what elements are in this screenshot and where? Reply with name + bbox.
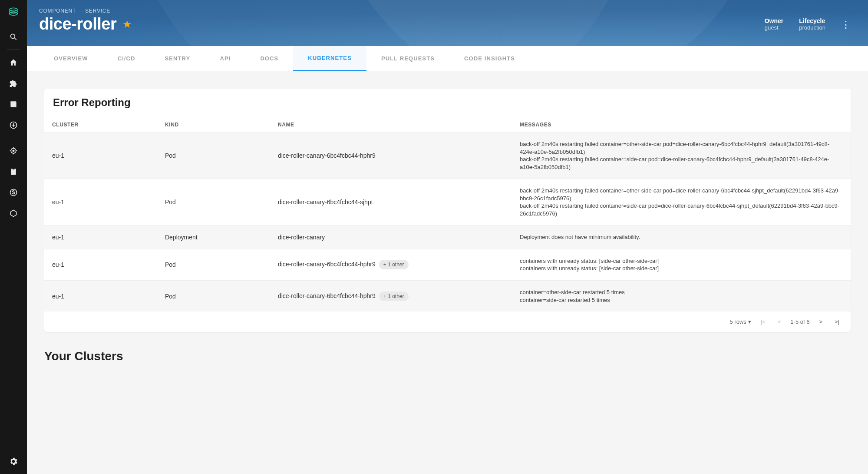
tab-api[interactable]: API [205,46,245,71]
your-clusters-title: Your Clusters [44,349,851,363]
tab-overview[interactable]: OVERVIEW [39,46,103,71]
error-reporting-card: Error Reporting CLUSTERKINDNAMEMESSAGES … [44,89,851,332]
graph-icon[interactable] [9,209,18,218]
cell-kind: Deployment [157,225,270,249]
search-icon[interactable] [9,32,18,42]
svg-marker-17 [10,210,16,217]
cell-cluster: eu-1 [44,133,157,179]
error-table: CLUSTERKINDNAMEMESSAGES eu-1Poddice-roll… [44,117,851,312]
col-messages: MESSAGES [512,117,851,133]
logo-icon[interactable] [7,6,20,18]
table-row: eu-1Poddice-roller-canary-6bc4fcbc44-hph… [44,249,851,280]
owner-label: Owner [765,17,784,24]
cost-icon[interactable] [9,188,18,197]
home-icon[interactable] [9,58,18,67]
page-title: dice-roller [39,15,116,33]
cell-name: dice-roller-canary-6bc4fcbc44-hphr9 [270,133,512,179]
extra-chip[interactable]: + 1 other [379,260,409,269]
col-cluster: CLUSTER [44,117,157,133]
cell-messages: containers with unready status: [side-ca… [512,249,851,280]
cell-cluster: eu-1 [44,179,157,225]
tab-code-insights[interactable]: CODE INSIGHTS [449,46,530,71]
library-icon[interactable] [9,99,18,109]
owner-value[interactable]: guest [765,24,784,31]
more-menu-icon[interactable]: ⋮ [841,17,851,30]
svg-rect-15 [13,168,15,169]
tab-kubernetes[interactable]: KUBERNETES [293,46,366,71]
table-footer: 5 rows ▾ |< < 1-5 of 6 > >| [44,312,851,332]
cell-name: dice-roller-canary-6bc4fcbc44-hphr9+ 1 o… [270,249,512,280]
page-last-button[interactable]: >| [832,317,842,327]
page-next-button[interactable]: > [816,317,825,327]
svg-point-3 [10,34,15,38]
page-prev-button[interactable]: < [775,317,784,327]
target-icon[interactable] [9,146,18,156]
cell-messages: container=other-side-car restarted 5 tim… [512,281,851,312]
chevron-down-icon: ▾ [748,318,751,325]
tab-ci-cd[interactable]: CI/CD [103,46,150,71]
svg-point-9 [13,150,14,151]
page-range: 1-5 of 6 [790,318,809,325]
cell-cluster: eu-1 [44,225,157,249]
star-icon[interactable]: ★ [122,18,132,30]
sidebar [0,0,27,381]
cell-name: dice-roller-canary-6bc4fcbc44-sjhpt [270,179,512,225]
tab-sentry[interactable]: SENTRY [150,46,205,71]
table-row: eu-1Poddice-roller-canary-6bc4fcbc44-hph… [44,133,851,179]
cell-name: dice-roller-canary-6bc4fcbc44-hphr9+ 1 o… [270,281,512,312]
owner-meta: Owner guest [765,17,784,31]
col-kind: KIND [157,117,270,133]
tab-pull-requests[interactable]: PULL REQUESTS [366,46,449,71]
svg-line-4 [15,38,17,40]
tab-docs[interactable]: DOCS [245,46,293,71]
tab-bar: OVERVIEWCI/CDSENTRYAPIDOCSKUBERNETESPULL… [27,46,868,71]
cell-kind: Pod [157,249,270,280]
breadcrumb: COMPONENT — SERVICE [39,8,132,14]
lifecycle-value: production [799,24,825,31]
error-reporting-title: Error Reporting [44,89,851,117]
cell-messages: Deployment does not have minimum availab… [512,225,851,249]
page-first-button[interactable]: |< [758,317,768,327]
lifecycle-meta: Lifecycle production [799,17,825,31]
cell-kind: Pod [157,281,270,312]
cell-name: dice-roller-canary [270,225,512,249]
table-row: eu-1Deploymentdice-roller-canaryDeployme… [44,225,851,249]
clipboard-icon[interactable] [9,167,18,176]
col-name: NAME [270,117,512,133]
cell-kind: Pod [157,179,270,225]
cell-messages: back-off 2m40s restarting failed contain… [512,179,851,225]
cell-cluster: eu-1 [44,281,157,312]
cell-kind: Pod [157,133,270,179]
svg-rect-14 [11,169,16,175]
cell-messages: back-off 2m40s restarting failed contain… [512,133,851,179]
cell-cluster: eu-1 [44,249,157,280]
rows-label: 5 rows [729,318,746,325]
puzzle-icon[interactable] [9,79,18,88]
lifecycle-label: Lifecycle [799,17,825,24]
page-header: COMPONENT — SERVICE dice-roller ★ Owner … [27,0,868,46]
rows-per-page-select[interactable]: 5 rows ▾ [729,318,751,325]
table-row: eu-1Poddice-roller-canary-6bc4fcbc44-sjh… [44,179,851,225]
table-row: eu-1Poddice-roller-canary-6bc4fcbc44-hph… [44,281,851,312]
create-icon[interactable] [9,120,18,130]
extra-chip[interactable]: + 1 other [379,292,409,301]
